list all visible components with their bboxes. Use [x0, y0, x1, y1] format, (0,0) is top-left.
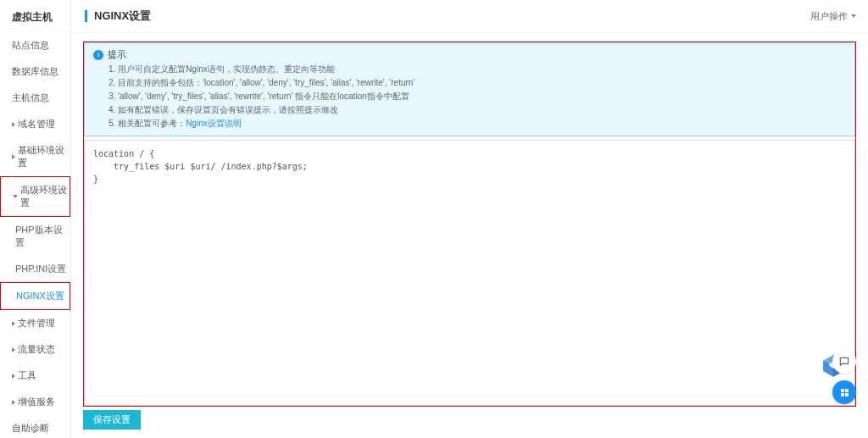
accent-bar — [85, 10, 87, 22]
main-header: NGINX设置 用户操作 — [71, 0, 868, 33]
sidebar-item-php-version[interactable]: PHP版本设置 — [0, 217, 70, 256]
nginx-doc-link[interactable]: Nginx设置说明 — [186, 119, 242, 128]
grid-icon — [841, 389, 849, 396]
tip-item: 2. 目前支持的指令包括：'location', 'allow', 'deny'… — [108, 76, 846, 90]
tip-item: 5. 相关配置可参考：Nginx设置说明 — [108, 117, 846, 130]
chevron-right-icon — [12, 122, 15, 127]
sidebar-item-tools[interactable]: 工具 — [0, 363, 70, 389]
sidebar-item-file-mgmt[interactable]: 文件管理 — [0, 310, 70, 336]
sidebar-item-self-diagnosis[interactable]: 自助诊断 — [0, 415, 70, 438]
highlighted-region: i 提示 1. 用户可自定义配置Nginx语句，实现伪静态、重定向等功能 2. … — [83, 42, 856, 407]
chevron-right-icon — [12, 400, 15, 405]
sidebar-item-addon-services[interactable]: 增值服务 — [0, 389, 70, 415]
chevron-right-icon — [12, 347, 15, 352]
apps-float-button[interactable] — [832, 380, 856, 404]
chat-float-button[interactable] — [832, 350, 856, 374]
tip-item: 3. 'allow', 'deny', 'try_files', 'alias'… — [108, 90, 846, 103]
sidebar-item-nginx[interactable]: NGINX设置 — [0, 282, 70, 310]
chat-icon — [838, 356, 850, 368]
sidebar-item-domain-mgmt[interactable]: 域名管理 — [0, 111, 70, 137]
sidebar-item-advanced-env[interactable]: 高级环境设置 — [0, 176, 70, 217]
sidebar-title: 虚拟主机 — [0, 0, 70, 32]
save-button[interactable]: 保存设置 — [83, 410, 141, 430]
main-panel: NGINX设置 用户操作 i 提示 1. 用户可自定义配置Nginx语句，实现伪… — [71, 0, 868, 438]
sidebar: 虚拟主机 站点信息 数据库信息 主机信息 域名管理 基础环境设置 高级环境设置 … — [0, 0, 71, 438]
page-title: NGINX设置 — [94, 8, 151, 24]
nginx-config-textarea[interactable] — [84, 140, 855, 406]
sidebar-item-traffic[interactable]: 流量状态 — [0, 336, 70, 363]
sidebar-item-basic-env[interactable]: 基础环境设置 — [0, 137, 70, 176]
tip-item: 1. 用户可自定义配置Nginx语句，实现伪静态、重定向等功能 — [108, 63, 846, 76]
sidebar-item-php-ini[interactable]: PHP.INI设置 — [0, 256, 70, 282]
tip-box: i 提示 1. 用户可自定义配置Nginx语句，实现伪静态、重定向等功能 2. … — [84, 42, 855, 136]
tip-list: 1. 用户可自定义配置Nginx语句，实现伪静态、重定向等功能 2. 目前支持的… — [93, 63, 846, 130]
chevron-right-icon — [12, 321, 15, 326]
chevron-right-icon — [12, 154, 15, 159]
sidebar-item-host-info[interactable]: 主机信息 — [0, 85, 70, 111]
sidebar-item-site-info[interactable]: 站点信息 — [0, 32, 70, 58]
user-action-dropdown[interactable]: 用户操作 — [810, 10, 856, 23]
tip-title: 提示 — [108, 48, 126, 61]
info-icon: i — [93, 50, 103, 60]
tip-item: 4. 如有配置错误，保存设置页会有错误提示，请按照提示修改 — [108, 103, 846, 117]
sidebar-item-database-info[interactable]: 数据库信息 — [0, 58, 70, 85]
chevron-right-icon — [12, 374, 15, 379]
content-area: i 提示 1. 用户可自定义配置Nginx语句，实现伪静态、重定向等功能 2. … — [71, 33, 868, 438]
chevron-down-icon — [851, 14, 856, 18]
chevron-down-icon — [13, 195, 18, 198]
